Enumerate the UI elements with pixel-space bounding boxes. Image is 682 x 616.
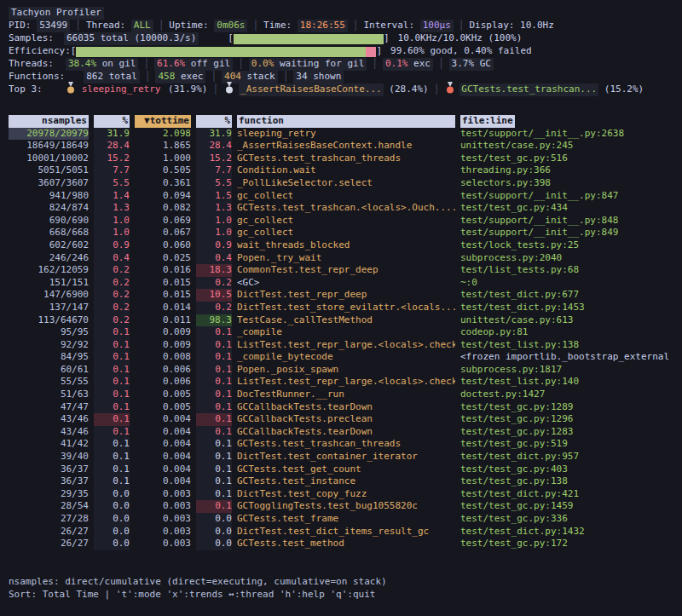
threads-stat-value: 0.0% [251,58,275,69]
table-row[interactable]: 668/6681.00.0671.0gc_collecttest/support… [9,227,682,239]
cell-tottime: 0.361 [135,177,191,190]
table-row[interactable]: 690/6901.00.0691.0gc_collecttest/support… [9,215,682,227]
cell-cumulative-percent: 0.2 [196,277,232,290]
cell-function: gc_collect [237,190,455,203]
table-row[interactable]: 36/370.10.0040.1GCTests.test_instancetes… [9,475,682,488]
threads-stat-text: waiting for gil [274,58,364,69]
column-header-fileline[interactable]: file:line [460,115,515,128]
samples-rate-bar [234,34,384,44]
table-row[interactable]: 95/950.10.0090.1_compilecodeop.py:81 [9,326,682,339]
table-row[interactable]: 147/69000.20.01510.5DictTest.test_repr_d… [9,289,682,302]
table-row[interactable]: 43/460.10.0040.1GCCallbackTests.tearDown… [9,426,682,439]
table-row[interactable]: 602/6020.90.0600.9wait_threads_blockedte… [9,239,682,252]
cell-cumulative-percent: 10.5 [196,289,232,302]
cell-nsamples: 246/246 [9,252,89,265]
cell-tottime: 0.006 [135,376,191,389]
column-header-%[interactable]: % [94,115,130,128]
cell-tottime: 2.098 [135,128,191,141]
cell-nsamples: 941/980 [9,190,89,203]
cell-tottime: 0.060 [135,239,191,252]
functions-stat-value: 458 [158,71,175,82]
column-header-function[interactable]: function [237,115,455,128]
cell-cumulative-percent: 0.1 [196,438,232,451]
cell-function: GCTests.test_trashcan_threads [237,153,455,165]
column-header-tottime[interactable]: ▼tottime [135,115,191,128]
cell-function: CommonTest.test_repr_deep [237,264,455,277]
cell-function: ListTest.test_repr_large.<locals>.check [237,376,455,389]
cell-file-line: test/test_gc.py:516 [460,153,682,165]
cell-nsamples: 26/27 [9,538,89,550]
cell-tottime: 0.505 [135,164,191,177]
table-row[interactable]: 3607/36075.50.3615.5_PollLikeSelector.se… [9,177,682,190]
cell-direct-percent: 1.4 [94,190,130,203]
cell-cumulative-percent: 5.5 [196,177,232,190]
cell-nsamples: 43/46 [9,426,89,439]
functions-stat-text: shown [308,71,342,82]
footer-help-nsamples: nsamples: direct/cumulative (direct=exec… [9,576,682,589]
table-row[interactable]: 26/270.00.0030.0GCTests.test_methodtest/… [9,538,682,550]
table-row[interactable]: 18649/1864928.41.86528.4_AssertRaisesBas… [9,140,682,153]
cell-cumulative-percent: 0.9 [196,239,232,252]
column-header-%[interactable]: % [196,115,232,128]
top3-label: Top 3: [9,83,43,96]
top3-percent: (31.9%) [162,83,207,96]
status-line: PID: 53499│Thread: ALL│Uptime: 0m06s│Tim… [9,20,682,32]
cell-nsamples: 26/27 [9,526,89,538]
cell-direct-percent: 5.5 [94,177,130,190]
cell-direct-percent: 0.0 [94,513,130,526]
table-row[interactable]: 29/350.00.0030.1DictTest.test_copy_fuzzt… [9,488,682,501]
cell-direct-percent: 0.0 [94,488,130,501]
cell-tottime: 0.015 [135,277,191,290]
cell-file-line: test/test_gc.py:1283 [460,426,682,439]
table-row[interactable]: 43/460.10.0040.1GCCallbackTests.preclean… [9,413,682,426]
table-row[interactable]: 113/646700.20.01198.3TestCase._callTestM… [9,314,682,327]
table-row[interactable]: 10001/1000215.21.00015.2GCTests.test_tra… [9,153,682,165]
threads-stat-text: on gil [96,58,136,69]
table-row[interactable]: 92/920.10.0090.1ListTest.test_repr_large… [9,339,682,352]
table-row[interactable]: 5051/50517.70.5057.7Condition.waitthread… [9,164,682,177]
cell-direct-percent: 0.1 [94,426,130,439]
table-row[interactable]: 28/540.00.0030.1GCTogglingTests.test_bug… [9,500,682,513]
threads-stat: 3.7% GC [449,58,494,71]
gold-medal-icon [66,82,75,98]
cell-function: Popen._try_wait [237,252,455,265]
cell-direct-percent: 15.2 [94,153,130,165]
table-row[interactable]: 51/630.10.0050.1DocTestRunner.__rundocte… [9,389,682,401]
cell-direct-percent: 31.9 [94,128,130,141]
cell-file-line: test/test_dict.py:1432 [460,526,682,538]
footer: nsamples: direct/cumulative (direct=exec… [9,576,682,602]
table-row[interactable]: 60/610.10.0060.1Popen._posix_spawnsubpro… [9,364,682,377]
cell-nsamples: 137/147 [9,302,89,314]
cell-nsamples: 3607/3607 [9,177,89,190]
samples-line: Samples: 66035 total (10000.3/s) [ ] 10.… [9,32,682,45]
threads-stat: 38.4% on gil [66,58,138,71]
table-row[interactable]: 39/400.10.0040.1DictTest.test_container_… [9,451,682,463]
table-row[interactable]: 137/1470.20.0140.2DictTest.test_store_ev… [9,302,682,314]
cell-tottime: 0.067 [135,227,191,239]
cell-function: gc_collect [237,227,455,239]
column-header-nsamples[interactable]: nsamples [9,115,89,128]
separator: │ [348,20,364,32]
cell-direct-percent: 0.1 [94,364,130,377]
table-row[interactable]: 20978/2097931.92.09831.9sleeping_retryte… [9,128,682,141]
table-row[interactable]: 162/120590.20.01618.3CommonTest.test_rep… [9,264,682,277]
cell-file-line: test/test_gc.py:1459 [460,500,682,513]
table-row[interactable]: 941/9801.40.0941.5gc_collecttest/support… [9,190,682,203]
table-row[interactable]: 47/470.10.0050.1GCCallbackTests.tearDown… [9,401,682,414]
cell-nsamples: 824/874 [9,202,89,215]
top3-percent: (15.2%) [598,83,644,96]
table-row[interactable]: 27/280.00.0030.0GCTests.test_frametest/t… [9,513,682,526]
table-row[interactable]: 36/370.10.0040.1GCTests.test_get_countte… [9,463,682,476]
table-row[interactable]: 55/550.10.0060.1ListTest.test_repr_large… [9,376,682,389]
table-row[interactable]: 824/8741.30.0821.3GCTests.test_trashcan.… [9,202,682,215]
cell-direct-percent: 0.0 [94,500,130,513]
table-row[interactable]: 41/420.10.0040.1GCTests.test_trashcan_th… [9,438,682,451]
table-row[interactable]: 26/270.00.0030.0DictTest.test_dict_items… [9,526,682,538]
cell-function: GCCallbackTests.tearDown [237,401,455,414]
separator: │ [429,83,445,96]
table-row[interactable]: 246/2460.40.0250.4Popen._try_waitsubproc… [9,252,682,265]
table-row[interactable]: 151/1510.20.0150.2<GC>~:0 [9,277,682,290]
cell-function: DictTest.test_store_evilattr.<locals... [237,302,455,314]
table-row[interactable]: 84/950.10.0080.1_compile_bytecode<frozen… [9,351,682,364]
cell-function: DictTest.test_copy_fuzz [237,488,455,501]
